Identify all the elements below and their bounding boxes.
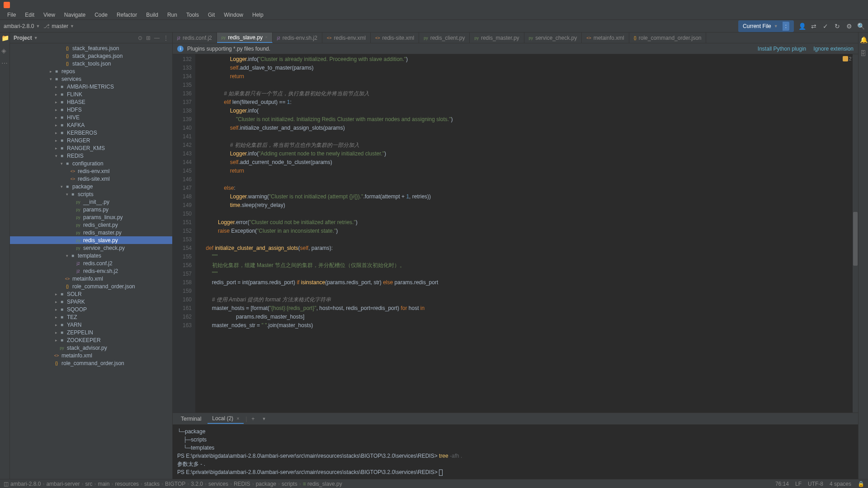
tree-item-redis-env-xml[interactable]: <>redis-env.xml <box>10 167 172 175</box>
indent[interactable]: 4 spaces <box>830 481 851 487</box>
tree-item-YARN[interactable]: ▸■YARN <box>10 321 172 328</box>
code-line[interactable]: raise Exception("Cluster in an inconsist… <box>200 227 858 235</box>
add-terminal-icon[interactable]: + <box>249 416 257 422</box>
tree-item-params-py[interactable]: pyparams.py <box>10 206 172 213</box>
tree-item-HBASE[interactable]: ▸■HBASE <box>10 98 172 106</box>
code-line[interactable] <box>200 81 858 89</box>
tree-item-TEZ[interactable]: ▸■TEZ <box>10 313 172 321</box>
code-line[interactable]: return <box>200 167 858 175</box>
tree-arrow-icon[interactable]: ▾ <box>48 77 53 81</box>
collapse-icon[interactable]: — <box>154 35 160 41</box>
tree-item-AMBARI-METRICS[interactable]: ▸■AMBARI-METRICS <box>10 83 172 90</box>
code-line[interactable]: master_nodes_str = " ".join(master_hosts… <box>200 321 858 330</box>
menu-window[interactable]: Window <box>220 11 247 19</box>
vcs-icon[interactable]: ◫ <box>4 481 9 487</box>
menu-tools[interactable]: Tools <box>183 11 203 19</box>
menu-navigate[interactable]: Navigate <box>61 11 89 19</box>
tree-item-KERBEROS[interactable]: ▸■KERBEROS <box>10 129 172 136</box>
line-col[interactable]: 76:14 <box>775 481 789 487</box>
menu-run[interactable]: Run <box>164 11 181 19</box>
tab-metainfo-xml[interactable]: <>metainfo.xml <box>582 33 629 43</box>
user-icon[interactable]: 👤 <box>798 23 806 30</box>
tree-item-SQOOP[interactable]: ▸■SQOOP <box>10 305 172 313</box>
code-with-me-icon[interactable]: ⇄ <box>810 23 817 30</box>
breadcrumb-item[interactable]: src <box>85 481 92 487</box>
tree-item-role_command_order-json[interactable]: {}role_command_order.json <box>10 282 172 290</box>
tab-redis_slave-py[interactable]: pyredis_slave.py× <box>217 33 273 43</box>
breadcrumb-item[interactable]: ambari-server <box>46 481 80 487</box>
branch-selector[interactable]: ⎇ master ▼ <box>43 23 74 29</box>
code-line[interactable]: time.sleep(retry_delay) <box>200 201 858 210</box>
tree-item-SOLR[interactable]: ▸■SOLR <box>10 290 172 298</box>
tree-item-RANGER_KMS[interactable]: ▸■RANGER_KMS <box>10 144 172 152</box>
tree-arrow-icon[interactable]: ▾ <box>59 184 64 189</box>
tree-item-repos[interactable]: ▸■repos <box>10 67 172 75</box>
code-line[interactable] <box>200 210 858 218</box>
tab-service_check-py[interactable]: pyservice_check.py <box>524 33 582 43</box>
breadcrumb-item[interactable]: main <box>98 481 109 487</box>
code-line[interactable]: redis_port = int(params.redis_port) if i… <box>200 278 858 287</box>
scrollbar-thumb[interactable] <box>853 212 858 266</box>
tree-item-KAFKA[interactable]: ▸■KAFKA <box>10 121 172 129</box>
run-button[interactable]: : <box>783 22 789 31</box>
tree-arrow-icon[interactable]: ▸ <box>53 146 59 150</box>
line-separator[interactable]: LF <box>795 481 802 487</box>
tree-arrow-icon[interactable]: ▸ <box>53 315 59 319</box>
build-icon[interactable]: ✓ <box>822 23 829 30</box>
tree-arrow-icon[interactable]: ▸ <box>48 69 53 74</box>
code-line[interactable]: # 如果集群只有一个节点，执行集群初始化并将当前节点加入 <box>200 89 858 98</box>
tree-arrow-icon[interactable]: ▸ <box>53 100 59 104</box>
tree-item-package[interactable]: ▾■package <box>10 183 172 190</box>
vertical-scrollbar[interactable] <box>853 54 858 413</box>
tree-item-params_linux-py[interactable]: pyparams_linux.py <box>10 213 172 221</box>
project-title[interactable]: Project ▼ <box>14 35 38 41</box>
tree-arrow-icon[interactable]: ▸ <box>53 138 59 143</box>
code-line[interactable] <box>200 175 858 184</box>
code-line[interactable] <box>200 235 858 244</box>
code-line[interactable]: """ <box>200 253 858 261</box>
tree-arrow-icon[interactable]: ▾ <box>59 161 64 166</box>
tab-redis-site-xml[interactable]: <>redis-site.xml <box>371 33 419 43</box>
code-line[interactable]: master_hosts = [format("{host}:{redis_po… <box>200 304 858 313</box>
menu-help[interactable]: Help <box>249 11 267 19</box>
tree-arrow-icon[interactable]: ▸ <box>53 338 59 343</box>
tree-item-redis-conf-j2[interactable]: j2redis.conf.j2 <box>10 259 172 267</box>
code-line[interactable]: Logger.warning("Cluster is not initializ… <box>200 192 858 201</box>
terminal-content[interactable]: └─package ├─scripts └─templates PS E:\pr… <box>173 425 858 479</box>
tree-item-stack_advisor-py[interactable]: pystack_advisor.py <box>10 344 172 352</box>
breadcrumb-item[interactable]: ≡ redis_slave.py <box>303 481 342 487</box>
tree-item-metainfo-xml[interactable]: <>metainfo.xml <box>10 352 172 359</box>
tree-item-redis-site-xml[interactable]: <>redis-site.xml <box>10 175 172 183</box>
breadcrumb-item[interactable]: package <box>256 481 276 487</box>
tab-role_command_order-json[interactable]: {}role_command_order.json <box>629 33 707 43</box>
tree-arrow-icon[interactable]: ▾ <box>64 192 70 197</box>
run-configuration[interactable]: Current File ▼ : <box>738 20 794 32</box>
code-line[interactable]: return <box>200 72 858 81</box>
tree-item-FLINK[interactable]: ▸■FLINK <box>10 90 172 98</box>
breadcrumb-item[interactable]: REDIS <box>234 481 250 487</box>
tree-arrow-icon[interactable]: ▸ <box>53 307 59 312</box>
chevron-down-icon[interactable]: ▼ <box>259 417 269 421</box>
project-tool-icon[interactable]: 📁 <box>1 34 9 42</box>
more-tool-icon[interactable]: ⋯ <box>1 60 9 67</box>
code-line[interactable]: def initialize_cluster_and_assign_slots(… <box>200 244 858 253</box>
tree-item-REDIS[interactable]: ▾■REDIS <box>10 152 172 160</box>
menu-file[interactable]: File <box>4 11 19 19</box>
tree-item-HIVE[interactable]: ▸■HIVE <box>10 113 172 121</box>
breadcrumb-item[interactable]: scripts <box>282 481 297 487</box>
tree-item-__init__-py[interactable]: py__init__.py <box>10 198 172 206</box>
project-selector[interactable]: ambari-2.8.0 ▼ <box>4 23 40 29</box>
close-icon[interactable]: × <box>236 416 239 421</box>
tab-redis-conf-j2[interactable]: j2redis.conf.j2 <box>173 33 217 43</box>
tree-item-RANGER[interactable]: ▸■RANGER <box>10 136 172 144</box>
breadcrumb[interactable]: ◫ ambari-2.8.0 › ambari-server › src › m… <box>4 481 342 487</box>
tree-arrow-icon[interactable]: ▸ <box>53 108 59 112</box>
tree-item-services[interactable]: ▾■services <box>10 75 172 83</box>
settings-icon[interactable]: ⚙ <box>845 23 853 30</box>
breadcrumb-item[interactable]: resources <box>115 481 139 487</box>
tree-arrow-icon[interactable]: ▾ <box>53 154 59 158</box>
select-opened-icon[interactable]: ⊙ <box>138 35 142 41</box>
breadcrumb-item[interactable]: services <box>208 481 228 487</box>
tab-redis_client-py[interactable]: pyredis_client.py <box>419 33 470 43</box>
code-editor[interactable]: 1321331341351361371381391401411421431441… <box>173 54 858 413</box>
